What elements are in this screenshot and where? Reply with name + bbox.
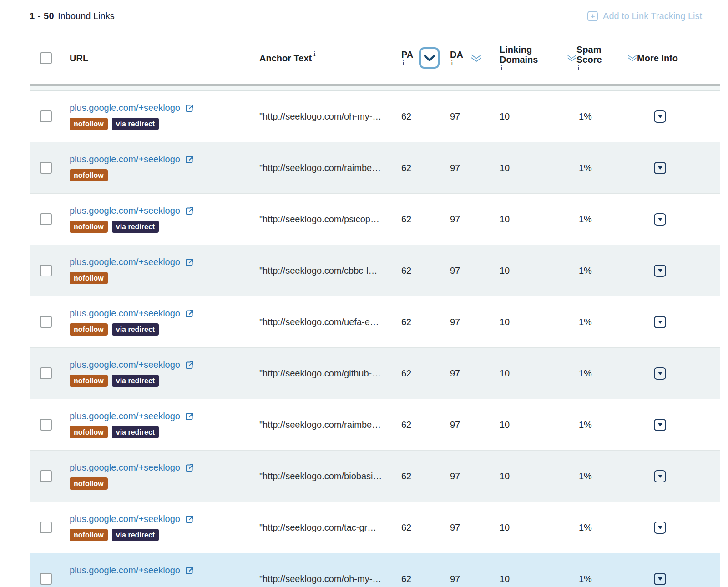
pa-value: 62	[401, 368, 450, 379]
sort-da-chevron-icon[interactable]	[470, 54, 482, 62]
source-url-link[interactable]: plus.google.com/+seeklogo	[70, 462, 259, 473]
anchor-text-value: "http://seeklogo.com/uefa-e…	[259, 317, 401, 327]
via-redirect-badge: via redirect	[112, 426, 159, 438]
caret-down-icon	[658, 166, 662, 170]
row-checkbox[interactable]	[40, 573, 52, 585]
column-header-spam-score: Spam Score	[576, 45, 602, 65]
da-value: 97	[450, 420, 500, 430]
linking-domains-value: 10	[500, 111, 576, 122]
da-value: 97	[450, 163, 500, 173]
da-info-icon[interactable]: i	[451, 60, 463, 66]
column-header-linking-domains: Linking Domains	[500, 45, 538, 65]
external-link-icon	[184, 309, 194, 319]
source-url-link[interactable]: plus.google.com/+seeklogo	[70, 514, 259, 524]
more-info-button[interactable]	[654, 162, 666, 174]
source-url-text: plus.google.com/+seeklogo	[70, 462, 180, 473]
pa-value: 62	[401, 420, 450, 430]
caret-down-icon	[658, 269, 662, 272]
more-info-button[interactable]	[654, 522, 666, 534]
source-url-text: plus.google.com/+seeklogo	[70, 360, 180, 370]
linking-domains-value: 10	[500, 317, 576, 327]
linking-domains-value: 10	[500, 522, 576, 533]
source-url-link[interactable]: plus.google.com/+seeklogo	[70, 257, 259, 267]
table-row: plus.google.com/+seeklogo nofollow "http…	[30, 142, 720, 193]
linking-domains-info-icon[interactable]: i	[500, 65, 560, 71]
more-info-button[interactable]	[654, 316, 666, 328]
sort-spam-score-chevron-icon[interactable]	[627, 54, 637, 62]
row-checkbox[interactable]	[40, 162, 52, 174]
nofollow-badge: nofollow	[70, 169, 108, 181]
source-url-text: plus.google.com/+seeklogo	[70, 308, 180, 319]
column-header-more-info: More Info	[637, 53, 678, 63]
caret-down-icon	[658, 321, 662, 324]
row-checkbox[interactable]	[40, 316, 52, 328]
pa-value: 62	[401, 163, 450, 173]
source-url-link[interactable]: plus.google.com/+seeklogo	[70, 308, 259, 319]
linking-domains-value: 10	[500, 368, 576, 379]
spam-score-value: 1%	[576, 317, 637, 327]
anchor-text-value: "http://seeklogo.com/github-…	[259, 368, 401, 379]
row-checkbox[interactable]	[40, 265, 52, 276]
more-info-button[interactable]	[654, 367, 666, 380]
nofollow-badge: nofollow	[70, 375, 108, 387]
sort-linking-domains-chevron-icon[interactable]	[567, 54, 576, 62]
more-info-button[interactable]	[654, 419, 666, 431]
page-title-label: Inbound Links	[58, 11, 115, 21]
caret-down-icon	[658, 423, 662, 426]
source-url-text: plus.google.com/+seeklogo	[70, 514, 180, 524]
row-checkbox[interactable]	[40, 213, 52, 225]
table-body: plus.google.com/+seeklogo nofollowvia re…	[30, 91, 720, 587]
nofollow-badge: nofollow	[70, 272, 108, 284]
link-badges: nofollowvia redirect	[70, 529, 259, 541]
source-url-text: plus.google.com/+seeklogo	[70, 103, 180, 113]
spam-score-value: 1%	[576, 111, 637, 122]
more-info-button[interactable]	[654, 265, 666, 277]
more-info-button[interactable]	[654, 470, 666, 482]
more-info-button[interactable]	[654, 110, 666, 123]
external-link-icon	[184, 463, 194, 473]
spam-score-value: 1%	[576, 214, 637, 225]
pa-info-icon[interactable]: i	[402, 60, 413, 66]
source-url-link[interactable]: plus.google.com/+seeklogo	[70, 206, 259, 216]
add-to-link-tracking-list-button[interactable]: + Add to Link Tracking List	[587, 11, 702, 21]
caret-down-icon	[658, 218, 662, 221]
row-checkbox[interactable]	[40, 470, 52, 482]
add-to-link-tracking-list-label: Add to Link Tracking List	[603, 11, 702, 21]
da-value: 97	[450, 574, 500, 584]
column-header-anchor-text: Anchor Text	[259, 53, 312, 63]
row-checkbox[interactable]	[40, 110, 52, 122]
source-url-link[interactable]: plus.google.com/+seeklogo	[70, 360, 259, 370]
pa-value: 62	[401, 522, 450, 533]
select-all-checkbox[interactable]	[40, 52, 52, 64]
da-value: 97	[450, 266, 500, 276]
via-redirect-badge: via redirect	[112, 118, 159, 130]
linking-domains-value: 10	[500, 266, 576, 276]
chevron-down-icon	[424, 55, 435, 62]
page-title: 1 - 50Inbound Links	[30, 11, 115, 21]
row-checkbox[interactable]	[40, 419, 52, 431]
linking-domains-value: 10	[500, 420, 576, 430]
sort-pa-button-active[interactable]	[419, 47, 440, 69]
external-link-icon	[184, 206, 194, 216]
source-url-link[interactable]: plus.google.com/+seeklogo	[70, 154, 259, 165]
external-link-icon	[184, 411, 194, 421]
more-info-button[interactable]	[654, 573, 666, 585]
more-info-button[interactable]	[654, 213, 666, 226]
anchor-text-value: "http://seeklogo.com/oh-my-…	[259, 574, 401, 584]
pa-value: 62	[401, 266, 450, 276]
row-checkbox[interactable]	[40, 522, 52, 533]
table-row: plus.google.com/+seeklogo nofollowvia re…	[30, 347, 720, 399]
spam-score-info-icon[interactable]: i	[577, 65, 620, 71]
row-checkbox[interactable]	[40, 367, 52, 379]
linking-domains-value: 10	[500, 163, 576, 173]
pa-value: 62	[401, 471, 450, 482]
pa-value: 62	[401, 111, 450, 122]
source-url-link[interactable]: plus.google.com/+seeklogo	[70, 411, 259, 421]
via-redirect-badge: via redirect	[112, 221, 159, 233]
source-url-link[interactable]: plus.google.com/+seeklogo	[70, 565, 259, 576]
source-url-text: plus.google.com/+seeklogo	[70, 411, 180, 421]
anchor-text-info-icon[interactable]: i	[313, 50, 315, 57]
source-url-link[interactable]: plus.google.com/+seeklogo	[70, 103, 259, 113]
external-link-icon	[184, 257, 194, 267]
source-url-text: plus.google.com/+seeklogo	[70, 257, 180, 267]
